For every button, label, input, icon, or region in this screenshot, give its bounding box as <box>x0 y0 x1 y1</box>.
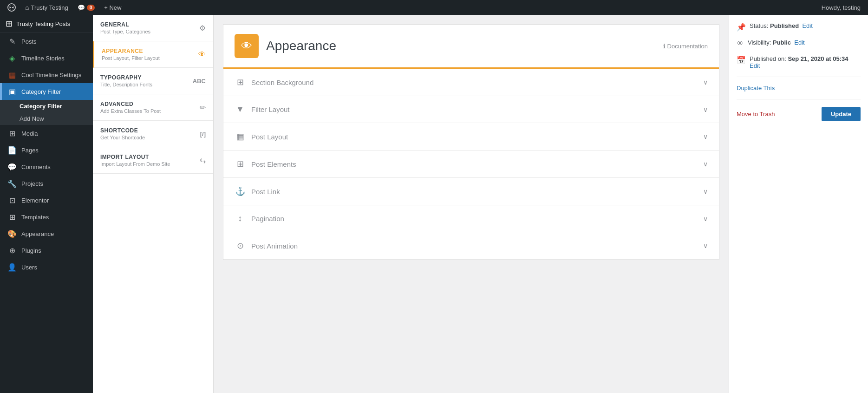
settings-section-general-header[interactable]: GENERAL Post Type, Categories ⚙ <box>93 15 213 41</box>
category-filter-label: Category Filter <box>21 88 61 95</box>
settings-section-advanced-header[interactable]: ADVANCED Add Extra Classes To Post ✏ <box>93 94 213 120</box>
admin-bar: ⌂ Trusty Testing 💬 0 + New Howdy, testin… <box>0 0 868 15</box>
new-label: + New <box>104 4 121 11</box>
right-panel-divider-2 <box>737 99 861 99</box>
sidebar-item-users[interactable]: 👤 Users <box>0 259 93 275</box>
sidebar-item-cool-timeline[interactable]: ▦ Cool Timeline Settings <box>0 66 93 83</box>
settings-section-import-layout-header[interactable]: IMPORT LAYOUT Import Layout From Demo Si… <box>93 147 213 173</box>
post-elements-title: Post Elements <box>251 160 296 168</box>
settings-section-appearance-header[interactable]: APPEARANCE Post Layout, Filter Layout 👁 <box>94 41 213 67</box>
shortcode-title: SHORTCODE <box>100 127 145 134</box>
site-name-link[interactable]: ⌂ Trusty Testing <box>21 0 72 15</box>
sidebar-submenu-category-filter-main[interactable]: Category Filter <box>0 100 93 112</box>
accordion-filter-layout-header[interactable]: ▼ Filter Layout ∨ <box>223 96 719 123</box>
right-panel-divider <box>737 77 861 77</box>
settings-section-general: GENERAL Post Type, Categories ⚙ <box>93 15 213 41</box>
wp-logo-link[interactable] <box>4 0 20 15</box>
accordion-post-link-header[interactable]: ⚓ Post Link ∨ <box>223 178 719 205</box>
settings-section-shortcode-header[interactable]: SHORTCODE Get Your Shortcode [/] <box>93 121 213 147</box>
sidebar-item-appearance[interactable]: 🎨 Appearance <box>0 225 93 242</box>
visibility-label: Visibility: <box>748 39 771 46</box>
accordion-post-animation-header[interactable]: ⊙ Post Animation ∨ <box>223 232 719 259</box>
documentation-link[interactable]: ℹ Documentation <box>663 43 708 50</box>
sidebar-item-media[interactable]: ⊞ Media <box>0 125 93 142</box>
import-layout-subtitle: Import Layout From Demo Site <box>100 161 170 167</box>
typography-subtitle: Title, Description Fonts <box>100 82 152 87</box>
svg-point-4 <box>10 8 14 10</box>
comments-icon: 💬 <box>78 4 85 11</box>
sidebar-item-posts[interactable]: ✎ Posts <box>0 33 93 50</box>
advanced-icon: ✏ <box>200 103 206 112</box>
comments-link[interactable]: 💬 0 <box>74 0 99 15</box>
post-link-icon: ⚓ <box>235 186 246 196</box>
accordion-section-background-header[interactable]: ⊞ Section Background ∨ <box>223 69 719 96</box>
post-elements-chevron: ∨ <box>703 160 708 168</box>
settings-section-typography: TYPOGRAPHY Title, Description Fonts ABC <box>93 68 213 94</box>
visibility-edit-link[interactable]: Edit <box>794 39 804 46</box>
typography-icon: ABC <box>193 78 206 85</box>
filter-layout-icon: ▼ <box>235 105 246 114</box>
appearance-header: 👁 Appearance ℹ Documentation <box>223 25 719 69</box>
settings-section-typography-header[interactable]: TYPOGRAPHY Title, Description Fonts ABC <box>93 68 213 94</box>
published-label: Published on: <box>750 55 786 62</box>
post-layout-icon: ▦ <box>235 131 246 142</box>
new-content-link[interactable]: + New <box>100 0 125 15</box>
section-background-chevron: ∨ <box>703 79 708 86</box>
typography-title: TYPOGRAPHY <box>100 74 152 81</box>
move-to-trash-link[interactable]: Move to Trash <box>737 111 775 118</box>
appearance-sidebar-icon: 🎨 <box>7 229 17 238</box>
sidebar-item-elementor[interactable]: ⊡ Elementor <box>0 192 93 209</box>
advanced-subtitle: Add Extra Classes To Post <box>100 108 161 114</box>
pagination-chevron: ∨ <box>703 215 708 223</box>
sidebar-item-templates[interactable]: ⊞ Templates <box>0 209 93 225</box>
site-title: Trusty Testing <box>31 4 68 11</box>
sidebar-item-timeline-stories[interactable]: ◈ Timeline Stories <box>0 50 93 66</box>
accordion-post-layout-header[interactable]: ▦ Post Layout ∨ <box>223 123 719 150</box>
accordion-pagination-header[interactable]: ↕ Pagination ∨ <box>223 205 719 232</box>
visibility-row: 👁 Visibility: Public Edit <box>737 39 861 48</box>
update-button[interactable]: Update <box>822 107 861 121</box>
advanced-title: ADVANCED <box>100 101 161 107</box>
status-row: 📌 Status: Published Edit <box>737 22 861 32</box>
sidebar-item-projects[interactable]: 🔧 Projects <box>0 175 93 192</box>
posts-icon: ✎ <box>7 37 17 46</box>
appearance-settings-title: APPEARANCE <box>102 48 160 54</box>
sidebar-submenu-add-new[interactable]: Add New <box>0 112 93 125</box>
accordion-post-elements: ⊞ Post Elements ∨ <box>223 151 719 178</box>
comments-sidebar-label: Comments <box>21 164 51 170</box>
status-value: Published <box>770 22 799 29</box>
sidebar-item-plugins[interactable]: ⊕ Plugins <box>0 242 93 259</box>
media-icon: ⊞ <box>7 129 17 138</box>
sidebar-item-comments[interactable]: 💬 Comments <box>0 158 93 175</box>
section-background-title: Section Background <box>251 79 313 86</box>
comments-count: 0 <box>87 5 95 11</box>
settings-panel: GENERAL Post Type, Categories ⚙ APPEARAN… <box>93 15 214 393</box>
pages-label: Pages <box>21 147 39 154</box>
svg-point-0 <box>8 4 15 11</box>
published-edit-link[interactable]: Edit <box>750 62 760 69</box>
settings-section-appearance: APPEARANCE Post Layout, Filter Layout 👁 <box>93 41 213 68</box>
projects-icon: 🔧 <box>7 179 17 188</box>
sidebar-item-category-filter[interactable]: ▣ Category Filter <box>0 83 93 100</box>
post-animation-icon: ⊙ <box>235 241 246 251</box>
settings-section-import-layout: IMPORT LAYOUT Import Layout From Demo Si… <box>93 147 213 174</box>
projects-label: Projects <box>21 180 43 187</box>
published-row: 📅 Published on: Sep 21, 2020 at 05:34 Ed… <box>737 55 861 69</box>
accordion-post-elements-header[interactable]: ⊞ Post Elements ∨ <box>223 151 719 177</box>
timeline-stories-label: Timeline Stories <box>21 55 65 62</box>
svg-point-3 <box>10 6 14 7</box>
sidebar-site-title-label: Trusty Testing Posts <box>16 20 70 27</box>
settings-section-shortcode: SHORTCODE Get Your Shortcode [/] <box>93 121 213 147</box>
sidebar-submenu-category-filter: Category Filter Add New <box>0 100 93 125</box>
status-edit-link[interactable]: Edit <box>802 22 812 29</box>
sidebar-site-title[interactable]: ⊞ Trusty Testing Posts <box>0 15 93 33</box>
sidebar-item-pages[interactable]: 📄 Pages <box>0 142 93 158</box>
pagination-title: Pagination <box>251 215 284 223</box>
appearance-settings-subtitle: Post Layout, Filter Layout <box>102 55 160 61</box>
accordion-filter-layout: ▼ Filter Layout ∨ <box>223 96 719 123</box>
shortcode-icon: [/] <box>200 131 206 138</box>
import-layout-icon: ⇆ <box>200 156 206 165</box>
duplicate-this-link[interactable]: Duplicate This <box>737 85 861 92</box>
home-icon: ⌂ <box>25 4 29 11</box>
comments-sidebar-icon: 💬 <box>7 162 17 171</box>
